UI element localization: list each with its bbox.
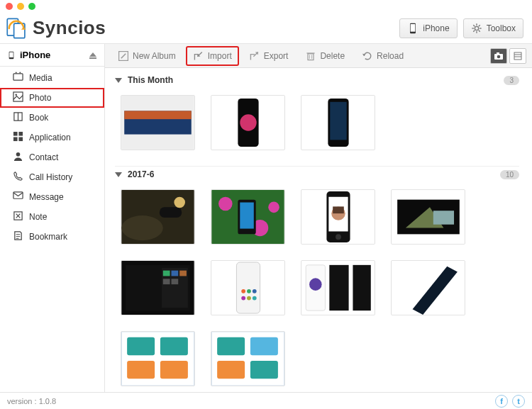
photo-thumbnail[interactable]	[121, 189, 195, 245]
svg-point-86	[241, 289, 245, 293]
svg-rect-15	[9, 52, 13, 57]
group-count-badge: 3	[504, 76, 519, 85]
reload-button[interactable]: Reload	[355, 46, 411, 66]
sidebar-item-photo[interactable]: Photo	[0, 88, 104, 108]
delete-button[interactable]: Delete	[298, 46, 352, 66]
svg-rect-107	[217, 361, 245, 379]
new-album-button[interactable]: New Album	[111, 46, 183, 66]
svg-line-12	[473, 30, 475, 31]
export-button[interactable]: Export	[242, 46, 296, 66]
delete-label: Delete	[320, 51, 345, 61]
svg-rect-24	[18, 132, 23, 136]
sidebar-item-media[interactable]: Media	[0, 68, 104, 88]
svg-rect-96	[353, 265, 370, 310]
svg-point-20	[19, 72, 21, 73]
sidebar-item-note[interactable]: Note	[0, 207, 104, 227]
sidebar: iPhone MediaPhotoBookApplicationContactC…	[0, 44, 105, 392]
device-selector-button[interactable]: iPhone	[399, 18, 457, 38]
svg-rect-95	[329, 265, 348, 310]
svg-point-22	[15, 94, 16, 95]
gallery-group: This Month3	[115, 72, 519, 162]
svg-rect-4	[411, 24, 416, 32]
svg-rect-44	[514, 52, 521, 60]
sidebar-icon	[13, 171, 23, 184]
window-close-icon[interactable]	[6, 3, 13, 10]
photo-thumbnail[interactable]	[211, 331, 285, 386]
list-icon	[514, 52, 522, 60]
facebook-icon[interactable]: f	[495, 395, 508, 408]
group-header[interactable]: 2017-610	[115, 167, 519, 182]
svg-rect-23	[13, 132, 18, 136]
svg-rect-81	[179, 271, 187, 276]
pencil-square-icon	[118, 50, 129, 62]
svg-rect-17	[89, 57, 96, 59]
toolbox-button[interactable]: Toolbox	[463, 18, 523, 38]
thumb-row	[115, 182, 519, 392]
group-header[interactable]: This Month3	[115, 72, 519, 88]
view-list-button[interactable]	[509, 48, 526, 64]
photo-thumbnail[interactable]	[391, 260, 465, 315]
photo-thumbnail[interactable]	[301, 260, 375, 315]
sidebar-item-application[interactable]: Application	[0, 128, 104, 147]
svg-rect-55	[330, 102, 346, 140]
status-bar: version : 1.0.8 f t	[0, 392, 532, 409]
svg-point-42	[497, 55, 501, 58]
toolbar: New Album Import Export Delete Reload	[105, 44, 532, 68]
photo-thumbnail[interactable]	[121, 95, 195, 150]
photo-thumbnail[interactable]	[211, 95, 285, 150]
sidebar-device-header[interactable]: iPhone	[0, 44, 104, 67]
svg-point-52	[240, 114, 256, 130]
photo-thumbnail[interactable]	[121, 331, 195, 386]
sidebar-item-contact[interactable]: Contact	[0, 147, 104, 167]
photo-thumbnail[interactable]	[211, 189, 285, 245]
import-label: Import	[208, 51, 232, 61]
svg-line-10	[473, 25, 475, 26]
photo-thumbnail[interactable]	[301, 189, 375, 245]
svg-rect-18	[13, 74, 23, 80]
sidebar-icon	[13, 151, 23, 164]
svg-rect-75	[433, 211, 454, 224]
sidebar-item-call-history[interactable]: Call History	[0, 167, 104, 187]
svg-point-88	[253, 289, 257, 293]
sidebar-icon	[13, 211, 23, 223]
camera-icon	[494, 52, 504, 60]
svg-rect-106	[250, 337, 278, 355]
photo-thumbnail[interactable]	[211, 260, 285, 315]
photo-thumbnail[interactable]	[301, 95, 375, 150]
svg-point-57	[121, 215, 162, 240]
sidebar-item-label: Note	[29, 212, 47, 222]
photo-thumbnail[interactable]	[391, 189, 465, 245]
svg-rect-85	[236, 262, 260, 313]
window-minimize-icon[interactable]	[17, 3, 24, 10]
version-label: version : 1.0.8	[7, 397, 56, 405]
svg-rect-100	[127, 337, 155, 355]
export-label: Export	[264, 51, 289, 61]
svg-point-90	[247, 296, 251, 301]
trash-icon	[305, 50, 316, 62]
app-name: Syncios	[33, 17, 106, 39]
import-button[interactable]: Import	[186, 46, 239, 66]
sidebar-item-message[interactable]: Message	[0, 187, 104, 207]
svg-rect-26	[18, 137, 23, 141]
window-zoom-icon[interactable]	[28, 3, 35, 10]
photo-thumbnail[interactable]	[121, 260, 195, 315]
view-camera-button[interactable]	[490, 48, 507, 64]
group-title: 2017-6	[128, 169, 500, 179]
gallery-group: 2017-610	[115, 167, 519, 392]
svg-line-13	[478, 25, 480, 26]
export-icon	[249, 50, 260, 62]
twitter-icon[interactable]: t	[512, 395, 525, 408]
svg-rect-101	[160, 337, 188, 355]
svg-rect-65	[240, 203, 253, 229]
sidebar-item-label: Bookmark	[29, 232, 67, 242]
svg-point-27	[16, 152, 21, 157]
sidebar-icon	[13, 111, 23, 124]
sidebar-item-book[interactable]: Book	[0, 108, 104, 128]
eject-icon[interactable]	[89, 51, 97, 60]
svg-rect-102	[127, 361, 155, 379]
sidebar-item-bookmark[interactable]: Bookmark	[0, 227, 104, 247]
group-count-badge: 10	[500, 170, 519, 179]
svg-line-11	[478, 30, 480, 31]
sidebar-item-label: Media	[29, 73, 52, 83]
reload-label: Reload	[377, 51, 404, 61]
